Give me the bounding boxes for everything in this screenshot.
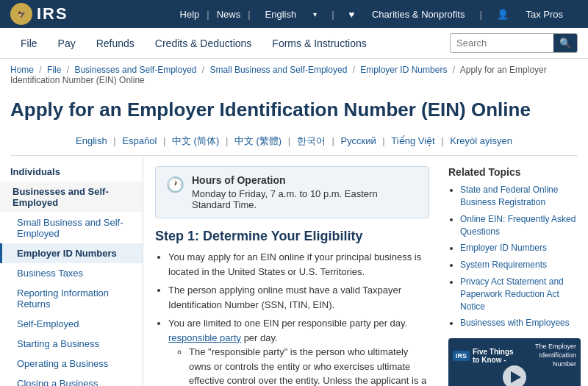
- sidebar-item-starting[interactable]: Starting a Business: [0, 334, 143, 354]
- main-content: 🕐 Hours of Operation Monday to Friday, 7…: [143, 156, 441, 386]
- step1-list: You may apply for an EIN online if your …: [155, 250, 429, 386]
- sidebar-item-operating[interactable]: Operating a Business: [0, 354, 143, 374]
- play-icon: [511, 371, 521, 383]
- breadcrumb-file[interactable]: File: [47, 65, 61, 75]
- breadcrumb-small[interactable]: Small Business and Self-Employed: [210, 65, 348, 75]
- list-item: The person applying online must have a v…: [168, 283, 429, 312]
- breadcrumb-home[interactable]: Home: [10, 65, 34, 75]
- right-column: Related Topics State and Federal Online …: [441, 156, 588, 386]
- video-play-button[interactable]: [503, 365, 526, 386]
- nav-pay[interactable]: Pay: [48, 28, 86, 59]
- clock-icon: 🕐: [166, 176, 184, 193]
- top-navigation: 🦅 IRS Help | News | English ▾ | ♥ Charit…: [0, 0, 588, 28]
- lang-vietnamese[interactable]: Tiếng Việt: [387, 135, 438, 146]
- breadcrumb: Home / File / Businesses and Self-Employ…: [0, 59, 588, 91]
- video-thumbnail[interactable]: IRS Five Things to Know - The Employer I…: [448, 338, 581, 386]
- video-label: Five Things to Know -: [473, 348, 514, 364]
- page-title-section: Apply for an Employer Identification Num…: [0, 91, 588, 130]
- hours-box: 🕐 Hours of Operation Monday to Friday, 7…: [155, 166, 429, 218]
- list-item: Online EIN: Frequently Asked Questions: [460, 213, 581, 238]
- list-item: State and Federal Online Business Regist…: [460, 184, 581, 209]
- list-item: System Requirements: [460, 259, 581, 271]
- list-item: Businesses with Employees: [460, 317, 581, 329]
- irs-emblem: 🦅: [10, 3, 32, 25]
- step1-title: Step 1: Determine Your Eligibility: [155, 229, 429, 244]
- lang-espanol[interactable]: Español: [118, 135, 160, 146]
- charity-icon: ♥: [342, 9, 365, 20]
- three-col: 🕐 Hours of Operation Monday to Friday, 7…: [143, 156, 588, 386]
- nav-credits[interactable]: Credits & Deductions: [145, 28, 262, 59]
- hours-text: Monday to Friday, 7 a.m. to 10 p.m. East…: [192, 188, 418, 210]
- search-input[interactable]: [451, 35, 553, 51]
- hours-content: Hours of Operation Monday to Friday, 7 a…: [192, 174, 418, 210]
- list-item: Employer ID Numbers: [460, 242, 581, 254]
- sidebar-individuals-title: Individuals: [0, 156, 143, 182]
- language-bar: English | Español | 中文 (简体) | 中文 (繁體) | …: [10, 130, 578, 156]
- taxpros-icon: 👤: [490, 9, 519, 20]
- related-topics-title: Related Topics: [448, 166, 581, 178]
- list-item: You may apply for an EIN online if your …: [168, 250, 429, 279]
- irs-video-badge: IRS: [453, 351, 470, 361]
- breadcrumb-employer-id[interactable]: Employer ID Numbers: [360, 65, 447, 75]
- lang-chinese-s[interactable]: 中文 (简体): [168, 135, 223, 146]
- video-subtitle: The Employer Identification Number: [517, 343, 576, 368]
- content-area: Individuals Businesses and Self-Employed…: [0, 156, 588, 386]
- breadcrumb-businesses[interactable]: Businesses and Self-Employed: [74, 65, 196, 75]
- help-link[interactable]: Help: [173, 9, 207, 20]
- related-link-1[interactable]: Online EIN: Frequently Asked Questions: [460, 214, 576, 237]
- step1-sub-list: The "responsible party" is the person wh…: [168, 345, 429, 386]
- sidebar-item-business-taxes[interactable]: Business Taxes: [0, 263, 143, 283]
- irs-logo-text: IRS: [37, 4, 68, 24]
- lang-russian[interactable]: Русский: [337, 135, 379, 146]
- language-selector[interactable]: English ▾: [251, 9, 332, 20]
- chevron-down-icon: ▾: [306, 10, 324, 18]
- related-topics-list: State and Federal Online Business Regist…: [448, 184, 581, 329]
- page-title: Apply for an Employer Identification Num…: [10, 99, 578, 121]
- sidebar-item-self-employed[interactable]: Self-Employed: [0, 314, 143, 334]
- lang-creole[interactable]: Kreyòl ayisyen: [446, 135, 516, 146]
- list-item: You are limited to one EIN per responsib…: [168, 316, 429, 386]
- svg-text:🦅: 🦅: [18, 10, 26, 19]
- list-item: The "responsible party" is the person wh…: [189, 345, 429, 386]
- sidebar-item-employer-id[interactable]: Employer ID Numbers: [0, 243, 143, 263]
- nav-refunds[interactable]: Refunds: [86, 28, 145, 59]
- responsible-party-link[interactable]: responsible party: [168, 332, 241, 343]
- related-link-5[interactable]: Businesses with Employees: [460, 318, 570, 328]
- sidebar-item-reporting[interactable]: Reporting Information Returns: [0, 283, 143, 314]
- related-link-2[interactable]: Employer ID Numbers: [460, 243, 547, 253]
- related-link-3[interactable]: System Requirements: [460, 260, 547, 270]
- nav-file[interactable]: File: [10, 28, 48, 59]
- lang-korean[interactable]: 한국어: [293, 135, 329, 146]
- lang-chinese-t[interactable]: 中文 (繁體): [231, 135, 285, 146]
- list-item: Privacy Act Statement and Paperwork Redu…: [460, 276, 581, 312]
- sidebar: Individuals Businesses and Self-Employed…: [0, 156, 143, 386]
- nav-forms[interactable]: Forms & Instructions: [262, 28, 376, 59]
- sidebar-item-closing[interactable]: Closing a Business: [0, 374, 143, 386]
- related-link-0[interactable]: State and Federal Online Business Regist…: [460, 185, 558, 207]
- main-navigation: File Pay Refunds Credits & Deductions Fo…: [0, 28, 588, 59]
- search-container: 🔍: [450, 33, 578, 53]
- related-link-4[interactable]: Privacy Act Statement and Paperwork Redu…: [460, 276, 564, 312]
- lang-english[interactable]: English: [72, 135, 111, 146]
- sidebar-item-small-business[interactable]: Small Business and Self-Employed: [0, 212, 143, 243]
- taxpros-link[interactable]: 👤 Tax Pros: [482, 9, 578, 20]
- search-button[interactable]: 🔍: [553, 34, 577, 52]
- news-link[interactable]: News: [209, 9, 248, 20]
- charities-link[interactable]: ♥ Charities & Nonprofits: [334, 9, 480, 20]
- irs-logo[interactable]: 🦅 IRS: [10, 3, 68, 25]
- main-nav-links: File Pay Refunds Credits & Deductions Fo…: [10, 28, 450, 59]
- sidebar-item-businesses[interactable]: Businesses and Self-Employed: [0, 182, 143, 212]
- top-nav-links: Help | News | English ▾ | ♥ Charities & …: [173, 9, 578, 20]
- hours-title: Hours of Operation: [192, 174, 418, 186]
